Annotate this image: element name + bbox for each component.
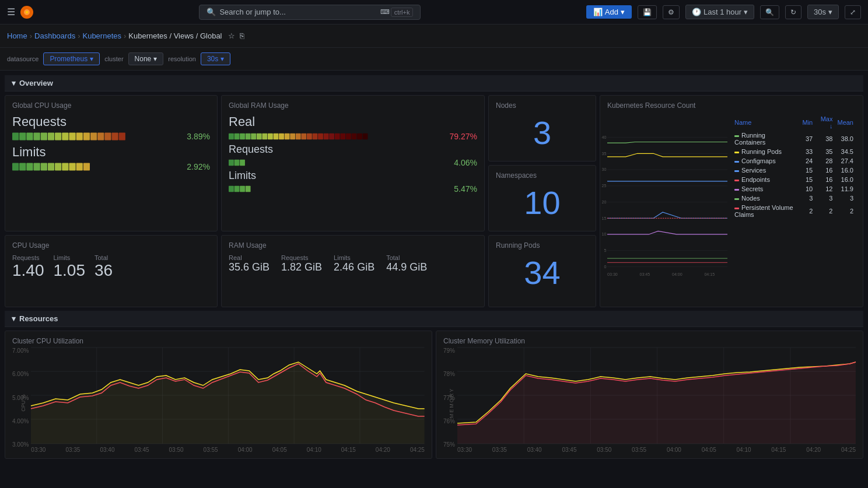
star-icon[interactable]: ☆ bbox=[228, 31, 235, 40]
k8s-row-name: Endpoints bbox=[732, 175, 800, 184]
k8s-col-max[interactable]: Max ↓ bbox=[815, 114, 835, 131]
cpu-total-stat-value: 36 bbox=[94, 261, 113, 280]
k8s-row-mean: 11.9 bbox=[835, 184, 856, 194]
resources-section-header[interactable]: ▾ Resources bbox=[5, 311, 863, 327]
legend-color bbox=[734, 180, 739, 181]
breadcrumb-home[interactable]: Home bbox=[7, 31, 27, 40]
ram-limits-stat: Limits 2.46 GiB bbox=[334, 254, 374, 273]
svg-rect-40 bbox=[285, 134, 290, 139]
svg-rect-39 bbox=[279, 134, 284, 139]
nodes-value: 3 bbox=[496, 117, 589, 149]
svg-rect-34 bbox=[251, 134, 256, 139]
svg-rect-26 bbox=[62, 163, 68, 170]
k8s-chart-svg: 40 35 30 25 20 15 10 5 0 bbox=[607, 114, 727, 301]
svg-rect-54 bbox=[363, 134, 368, 139]
settings-button[interactable]: ⚙ bbox=[663, 5, 680, 19]
cpu-x-axis: 03:30 03:35 03:40 03:45 03:50 03:55 04:0… bbox=[31, 447, 425, 453]
k8s-table-row: Secrets 10 12 11.9 bbox=[732, 184, 856, 194]
time-range-picker[interactable]: 🕐 Last 1 hour ▾ bbox=[685, 5, 754, 19]
k8s-col-min[interactable]: Min bbox=[800, 114, 816, 131]
running-pods-value: 34 bbox=[496, 257, 589, 289]
collapse-icon: ▾ bbox=[12, 314, 16, 323]
k8s-col-name[interactable]: Name bbox=[732, 114, 800, 131]
svg-rect-29 bbox=[83, 163, 90, 170]
add-button[interactable]: 📊 Add ▾ bbox=[586, 5, 632, 19]
cpu-requests-stat-label: Requests bbox=[12, 254, 44, 261]
k8s-row-min: 33 bbox=[800, 147, 816, 156]
svg-rect-28 bbox=[76, 163, 83, 170]
k8s-row-max: 28 bbox=[815, 156, 835, 166]
share-icon[interactable]: ⎘ bbox=[240, 31, 244, 40]
cpu-limits-bar bbox=[12, 162, 176, 171]
svg-rect-53 bbox=[357, 134, 362, 139]
resolution-filter-tag[interactable]: 30s ▾ bbox=[201, 52, 230, 65]
k8s-row-max: 16 bbox=[815, 175, 835, 184]
k8s-row-name: Configmaps bbox=[732, 156, 800, 166]
top-bar-right: 📊 Add ▾ 💾 ⚙ 🕐 Last 1 hour ▾ 🔍 ↻ 30s ▾ ⤢ bbox=[586, 5, 861, 19]
refresh-rate-picker[interactable]: 30s ▾ bbox=[807, 5, 839, 19]
cpu-limits-bar-row: 2.92% bbox=[12, 162, 210, 171]
svg-rect-15 bbox=[97, 132, 104, 140]
k8s-row-mean: 16.0 bbox=[835, 166, 856, 175]
breadcrumb-current: Kubernetes / Views / Global bbox=[128, 31, 222, 40]
k8s-col-mean[interactable]: Mean bbox=[835, 114, 856, 131]
k8s-row-min: 10 bbox=[800, 184, 816, 194]
search-box[interactable]: 🔍 Search or jump to... ⌨ ctrl+k bbox=[199, 5, 421, 20]
keyboard-icon: ⌨ bbox=[380, 8, 390, 16]
global-cpu-title: Global CPU Usage bbox=[12, 101, 210, 110]
dashboard-content: ▾ Overview Global CPU Usage Requests bbox=[0, 71, 868, 464]
cluster-memory-panel: Cluster Memory Utilization 79% 78% 77% 7… bbox=[436, 331, 863, 459]
cpu-requests-value: 3.89% bbox=[181, 132, 210, 141]
menu-icon[interactable]: ☰ bbox=[7, 6, 15, 17]
expand-button[interactable]: ⤢ bbox=[845, 5, 861, 19]
ram-usage-panel: RAM Usage Real 35.6 GiB Requests 1.82 Gi… bbox=[221, 235, 485, 307]
svg-rect-5 bbox=[26, 132, 33, 140]
cpu-y-label: CPU % bbox=[20, 394, 26, 412]
cluster-filter-tag[interactable]: None ▾ bbox=[128, 52, 164, 65]
svg-rect-27 bbox=[69, 163, 75, 170]
cluster-cpu-title: Cluster CPU Utilization bbox=[12, 337, 425, 345]
svg-rect-16 bbox=[104, 132, 111, 140]
k8s-table-row: Configmaps 24 28 27.4 bbox=[732, 156, 856, 166]
clock-icon: 🕐 bbox=[692, 8, 701, 16]
svg-rect-3 bbox=[12, 132, 19, 140]
svg-rect-37 bbox=[268, 134, 273, 139]
namespaces-title: Namespaces bbox=[496, 171, 589, 180]
svg-rect-14 bbox=[90, 132, 97, 140]
svg-rect-58 bbox=[229, 186, 234, 192]
shortcut-badge: ctrl+k bbox=[391, 8, 414, 17]
ram-requests-stat: Requests 1.82 GiB bbox=[281, 254, 322, 273]
breadcrumb-kubernetes[interactable]: Kubernetes bbox=[82, 31, 121, 40]
svg-rect-25 bbox=[55, 163, 61, 170]
ram-real-bar-row: 79.27% bbox=[229, 132, 477, 141]
cpu-requests-bar-row: 3.89% bbox=[12, 132, 210, 141]
refresh-button[interactable]: ↻ bbox=[785, 5, 802, 19]
zoom-out-button[interactable]: 🔍 bbox=[760, 5, 779, 19]
svg-rect-46 bbox=[318, 134, 323, 139]
datasource-filter-tag[interactable]: Prometheus ▾ bbox=[43, 52, 100, 65]
cpu-limits-group: Limits bbox=[12, 145, 210, 171]
ram-total-stat-label: Total bbox=[386, 254, 427, 261]
k8s-row-name: Running Containers bbox=[732, 131, 800, 147]
ram-limits-label: Limits bbox=[229, 170, 477, 182]
cpu-usage-title: CPU Usage bbox=[12, 241, 210, 250]
ram-real-bar bbox=[229, 132, 443, 141]
resolution-filter-label: resolution bbox=[168, 55, 196, 62]
svg-rect-49 bbox=[335, 134, 340, 139]
svg-text:5: 5 bbox=[604, 248, 606, 253]
k8s-row-mean: 16.0 bbox=[835, 175, 856, 184]
namespaces-value: 10 bbox=[496, 187, 589, 219]
namespaces-panel: Namespaces 10 bbox=[488, 165, 596, 231]
svg-marker-105 bbox=[457, 362, 856, 444]
ram-requests-bar-row: 4.06% bbox=[229, 158, 477, 167]
svg-rect-38 bbox=[274, 134, 279, 139]
k8s-row-mean: 3 bbox=[835, 194, 856, 203]
breadcrumb-dashboards[interactable]: Dashboards bbox=[34, 31, 75, 40]
overview-section-header[interactable]: ▾ Overview bbox=[5, 75, 863, 92]
legend-color bbox=[734, 170, 739, 172]
ram-limits-stat-label: Limits bbox=[334, 254, 374, 261]
save-button[interactable]: 💾 bbox=[638, 5, 657, 19]
k8s-table-row: Running Containers 37 38 38.0 bbox=[732, 131, 856, 147]
legend-color bbox=[734, 152, 739, 153]
k8s-row-min: 37 bbox=[800, 131, 816, 147]
